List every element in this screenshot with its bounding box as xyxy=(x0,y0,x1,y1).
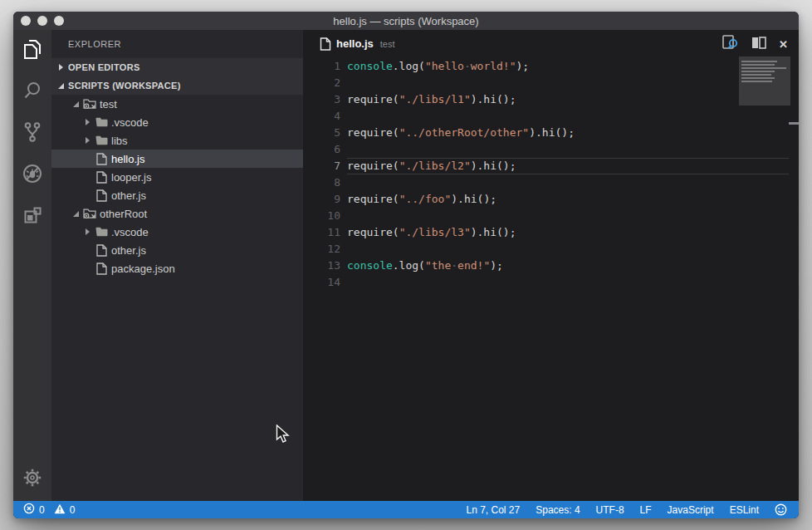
line-number: 4 xyxy=(303,108,340,125)
sidebar-item-search[interactable] xyxy=(13,71,51,113)
chevron-collapsed-icon[interactable] xyxy=(55,64,66,71)
files-icon xyxy=(22,38,43,63)
line-content xyxy=(340,274,347,291)
code-line-13[interactable]: 13console.log("the·end!"); xyxy=(303,258,799,274)
code-line-12[interactable]: 12 xyxy=(303,241,799,258)
root-folder-icon xyxy=(81,208,98,219)
tree-section-open-editors[interactable]: OPEN EDITORS xyxy=(51,58,303,76)
tree-item-package-json[interactable]: package.json xyxy=(51,259,303,277)
line-content: require("../foo").hi(); xyxy=(340,191,496,208)
editor-actions: ✕ xyxy=(722,35,799,53)
line-content: require("./libs/l3").hi(); xyxy=(340,224,516,241)
title-bar[interactable]: hello.js — scripts (Workspace) xyxy=(13,12,799,30)
tree-item-other-js[interactable]: other.js xyxy=(51,241,303,259)
minimize-window-button[interactable] xyxy=(37,16,47,26)
smiley-icon[interactable] xyxy=(775,503,787,516)
minimap-line xyxy=(741,64,775,66)
tree-item-label: test xyxy=(100,98,117,110)
code-line-5[interactable]: 5require("../otherRoot/other").hi(); xyxy=(303,125,799,141)
chevron-expanded-icon[interactable] xyxy=(70,211,81,217)
tree-item-label: otherRoot xyxy=(100,208,147,220)
tree-item--vscode[interactable]: .vscode xyxy=(51,223,303,241)
tree-item-label: libs xyxy=(111,135,128,147)
tree-item-test[interactable]: test xyxy=(51,95,303,113)
status-item-ln-7-col-27[interactable]: Ln 7, Col 27 xyxy=(467,504,521,516)
workbench: EXPLORER OPEN EDITORSSCRIPTS (WORKSPACE)… xyxy=(13,30,799,501)
code-line-14[interactable]: 14 xyxy=(303,274,799,291)
sidebar-title: EXPLORER xyxy=(51,30,303,58)
minimap-line xyxy=(741,67,786,69)
line-number: 3 xyxy=(303,91,340,108)
line-content: require("./libs/l1").hi(); xyxy=(340,91,516,108)
tree-item-other-js[interactable]: other.js xyxy=(51,186,303,204)
minimap[interactable] xyxy=(739,56,790,106)
status-bar-right: Ln 7, Col 27Spaces: 4UTF-8LFJavaScriptES… xyxy=(467,503,800,516)
error-icon xyxy=(23,503,35,517)
code-line-7[interactable]: 7require("./libs/l2").hi(); xyxy=(303,158,799,174)
zoom-window-button[interactable] xyxy=(54,16,64,26)
sidebar-item-explorer[interactable] xyxy=(13,30,51,71)
split-editor-button[interactable] xyxy=(751,37,766,52)
tree-item-label: SCRIPTS (WORKSPACE) xyxy=(68,81,181,91)
explorer-sidebar: EXPLORER OPEN EDITORSSCRIPTS (WORKSPACE)… xyxy=(51,30,303,501)
chevron-collapsed-icon[interactable] xyxy=(81,137,93,144)
sidebar-item-debug[interactable] xyxy=(13,155,51,196)
tree-item--vscode[interactable]: .vscode xyxy=(51,113,303,131)
open-preview-button[interactable] xyxy=(722,35,739,53)
status-item-javascript[interactable]: JavaScript xyxy=(668,504,714,516)
search-icon xyxy=(22,81,42,104)
file-icon xyxy=(93,244,110,257)
sidebar-item-source-control[interactable] xyxy=(13,113,51,155)
sidebar-item-extensions[interactable] xyxy=(13,196,51,238)
chevron-expanded-icon[interactable] xyxy=(70,101,81,107)
close-icon: ✕ xyxy=(779,39,788,50)
chevron-expanded-icon[interactable] xyxy=(55,83,66,89)
line-number: 1 xyxy=(303,58,340,75)
code-line-10[interactable]: 10 xyxy=(303,208,799,224)
settings-button[interactable] xyxy=(13,468,51,491)
code-line-8[interactable]: 8 xyxy=(303,174,799,191)
minimap-line xyxy=(741,71,775,72)
code-line-9[interactable]: 9require("../foo").hi(); xyxy=(303,191,799,208)
line-content: console.log("hello·world!"); xyxy=(340,58,529,75)
code-line-4[interactable]: 4 xyxy=(303,108,799,125)
warning-count: 0 xyxy=(70,504,76,516)
mouse-cursor xyxy=(276,424,291,447)
tree-item-hello-js[interactable]: hello.js xyxy=(51,150,303,168)
line-content xyxy=(340,108,347,125)
chevron-collapsed-icon[interactable] xyxy=(81,119,93,125)
code-line-1[interactable]: 1console.log("hello·world!"); xyxy=(303,58,799,75)
tree-section-scripts-workspace-[interactable]: SCRIPTS (WORKSPACE) xyxy=(51,76,303,95)
chevron-collapsed-icon[interactable] xyxy=(81,228,93,235)
code-area[interactable]: 1console.log("hello·world!");23require("… xyxy=(303,58,799,501)
line-content xyxy=(340,241,347,258)
tree-item-libs[interactable]: libs xyxy=(51,131,303,150)
extensions-icon xyxy=(22,205,42,228)
tab-hello-js[interactable]: hello.js test xyxy=(303,37,395,51)
status-item-utf-8[interactable]: UTF-8 xyxy=(596,504,624,516)
close-editor-button[interactable]: ✕ xyxy=(779,39,788,50)
vscode-window: hello.js — scripts (Workspace) xyxy=(13,12,799,518)
editor-group: hello.js test xyxy=(303,30,799,501)
problems-indicator[interactable]: 0 0 xyxy=(13,503,80,517)
close-window-button[interactable] xyxy=(21,16,31,26)
debug-icon xyxy=(22,163,43,188)
line-content xyxy=(340,174,347,191)
tree-item-label: hello.js xyxy=(111,153,144,165)
minimap-line xyxy=(741,61,777,62)
code-line-3[interactable]: 3require("./libs/l1").hi(); xyxy=(303,91,799,108)
tree-item-otherroot[interactable]: otherRoot xyxy=(51,204,303,223)
status-item-lf[interactable]: LF xyxy=(640,504,652,516)
line-number: 6 xyxy=(303,141,340,158)
status-item-eslint[interactable]: ESLint xyxy=(730,504,759,516)
tree-item-label: other.js xyxy=(111,189,146,202)
tree-item-looper-js[interactable]: looper.js xyxy=(51,168,303,186)
line-number: 8 xyxy=(303,174,340,191)
code-line-2[interactable]: 2 xyxy=(303,75,799,91)
code-line-11[interactable]: 11require("./libs/l3").hi(); xyxy=(303,224,799,241)
status-item-spaces-4[interactable]: Spaces: 4 xyxy=(536,504,580,516)
code-line-6[interactable]: 6 xyxy=(303,141,799,158)
line-number: 12 xyxy=(303,241,340,258)
line-content: console.log("the·end!"); xyxy=(340,258,503,274)
line-number: 10 xyxy=(303,208,340,224)
